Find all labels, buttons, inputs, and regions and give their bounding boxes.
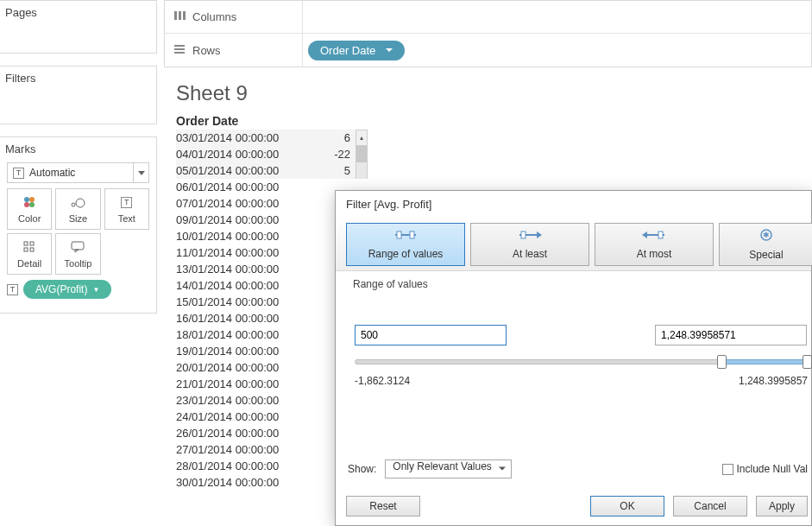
filter-tabs: Range of values At least At most ✱ Speci… (336, 223, 811, 271)
date-cell[interactable]: 09/01/2014 00:00:00 (176, 212, 312, 228)
marks-card: Marks T Automatic Color Size (0, 136, 157, 314)
scroll-up-arrow[interactable]: ▴ (356, 130, 368, 146)
show-dropdown[interactable]: Only Relevant Values (385, 459, 512, 478)
tab-special[interactable]: ✱ Special (719, 223, 812, 266)
mark-type-dropdown[interactable]: T Automatic (7, 162, 149, 183)
mark-button-label: Text (118, 213, 135, 224)
date-cell[interactable]: 27/01/2014 00:00:00 (176, 441, 312, 458)
mark-button-label: Detail (17, 258, 41, 269)
svg-rect-20 (397, 231, 401, 238)
date-cell[interactable]: 26/01/2014 00:00:00 (176, 425, 312, 441)
mark-button-label: Size (69, 213, 87, 224)
mark-button-label: Color (18, 213, 41, 224)
left-sidebar: Pages Filters Marks T Automatic Color (0, 0, 157, 526)
mark-button-label: Tooltip (65, 258, 92, 269)
date-cell[interactable]: 14/01/2014 00:00:00 (176, 277, 312, 294)
tab-at-most[interactable]: At most (595, 223, 714, 266)
svg-marker-24 (537, 231, 542, 238)
mark-type-value: Automatic (29, 167, 75, 179)
slider-fill (721, 359, 808, 364)
svg-rect-7 (24, 242, 28, 245)
show-label: Show: (348, 463, 376, 475)
filters-shelf[interactable]: Filters (0, 66, 157, 124)
pages-title: Pages (0, 1, 156, 35)
include-null-checkbox[interactable]: Include Null Val (722, 463, 809, 475)
order-date-pill[interactable]: Order Date (308, 41, 405, 60)
filters-title: Filters (0, 67, 156, 100)
rows-shelf[interactable]: Rows Order Date (165, 34, 811, 67)
date-cell[interactable]: 15/01/2014 00:00:00 (176, 294, 312, 310)
sheet-title[interactable]: Sheet 9 (176, 78, 812, 114)
svg-point-2 (29, 197, 35, 202)
min-value-input[interactable] (355, 325, 507, 345)
date-cell[interactable]: 07/01/2014 00:00:00 (176, 195, 312, 212)
pill-label: Order Date (320, 44, 375, 57)
date-cell[interactable]: 13/01/2014 00:00:00 (176, 261, 312, 277)
dialog-title: Filter [Avg. Profit] (336, 191, 811, 223)
date-cell[interactable]: 21/01/2014 00:00:00 (176, 376, 312, 392)
value-cell[interactable]: 6 (312, 130, 356, 146)
date-cell[interactable]: 03/01/2014 00:00:00 (176, 130, 312, 146)
date-cell[interactable]: 10/01/2014 00:00:00 (176, 228, 312, 244)
date-cell[interactable]: 16/01/2014 00:00:00 (176, 310, 312, 326)
date-cell[interactable]: 11/01/2014 00:00:00 (176, 244, 312, 261)
date-cell[interactable]: 20/01/2014 00:00:00 (176, 359, 312, 376)
tab-range-of-values[interactable]: Range of values (346, 223, 465, 266)
columns-label: Columns (192, 10, 236, 23)
button-label: Apply (769, 500, 795, 512)
range-max-label: 1,248.3995857 (739, 375, 808, 387)
columns-shelf[interactable]: Columns (165, 1, 811, 34)
date-cell[interactable]: 19/01/2014 00:00:00 (176, 343, 312, 359)
include-null-label: Include Null Val (737, 463, 809, 475)
pill-label: AVG(Profit) (35, 283, 87, 295)
ok-button[interactable]: OK (590, 496, 664, 516)
svg-marker-12 (75, 250, 79, 252)
date-cell[interactable]: 30/01/2014 00:00:00 (176, 474, 312, 491)
svg-rect-27 (658, 231, 663, 238)
date-cell[interactable]: 04/01/2014 00:00:00 (176, 146, 312, 162)
svg-point-6 (76, 199, 85, 207)
max-value-input[interactable] (655, 325, 807, 345)
button-label: Cancel (694, 500, 726, 512)
range-slider-icon (393, 230, 418, 243)
svg-rect-10 (30, 248, 34, 251)
date-cell[interactable]: 28/01/2014 00:00:00 (176, 458, 312, 474)
date-cell[interactable]: 06/01/2014 00:00:00 (176, 179, 312, 195)
avg-profit-pill[interactable]: AVG(Profit) ▼ (23, 280, 111, 299)
detail-mark-button[interactable]: Detail (7, 233, 52, 275)
date-cell[interactable]: 18/01/2014 00:00:00 (176, 326, 312, 343)
tooltip-mark-button[interactable]: Tooltip (55, 233, 100, 275)
reset-button[interactable]: Reset (346, 496, 420, 516)
slider-handle-max[interactable] (803, 355, 812, 369)
range-min-label: -1,862.3124 (355, 375, 410, 387)
svg-point-4 (29, 202, 35, 207)
tab-at-least[interactable]: At least (470, 223, 589, 266)
date-cell[interactable]: 05/01/2014 00:00:00 (176, 162, 312, 179)
value-cell[interactable]: 5 (312, 162, 356, 179)
tab-label: Range of values (368, 248, 444, 260)
text-mark-icon: T (13, 168, 24, 179)
size-icon (70, 194, 85, 210)
range-slider[interactable] (355, 352, 808, 373)
text-mark-icon: T (7, 284, 18, 295)
scroll-thumb[interactable] (356, 146, 368, 162)
columns-icon (173, 10, 186, 24)
marks-title: Marks (0, 137, 156, 162)
svg-rect-21 (410, 231, 414, 238)
text-mark-button[interactable]: T Text (104, 188, 149, 230)
cancel-button[interactable]: Cancel (673, 496, 747, 516)
pages-shelf[interactable]: Pages (0, 0, 157, 54)
dialog-buttons: Reset OK Cancel Apply (346, 496, 808, 516)
apply-button[interactable]: Apply (756, 496, 808, 516)
column-header: Order Date (176, 114, 812, 130)
filter-dialog: Filter [Avg. Profit] Range of values At … (335, 190, 812, 526)
date-cell[interactable]: 23/01/2014 00:00:00 (176, 392, 312, 409)
scroll-track[interactable] (356, 162, 368, 179)
slider-handle-min[interactable] (717, 355, 727, 369)
value-cell[interactable]: -22 (312, 146, 356, 162)
tab-label: At most (637, 248, 672, 260)
date-cell[interactable]: 24/01/2014 00:00:00 (176, 409, 312, 425)
color-mark-button[interactable]: Color (7, 188, 52, 230)
svg-rect-13 (174, 11, 177, 20)
size-mark-button[interactable]: Size (55, 188, 100, 230)
